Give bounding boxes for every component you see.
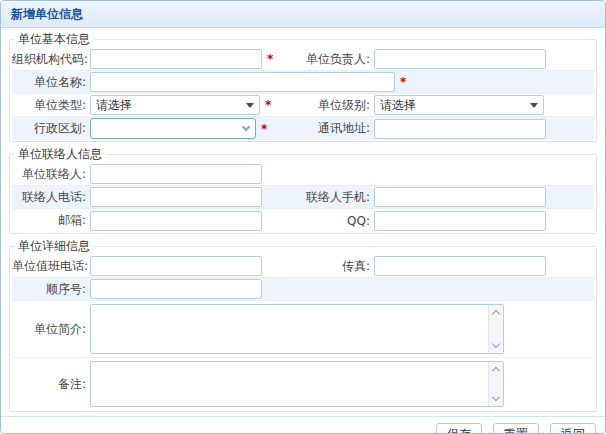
contact-phone-label: 联络人电话: [12, 189, 90, 206]
fax-label: 传真: [304, 258, 374, 275]
intro-textarea-wrap [90, 304, 504, 354]
section-contact-legend: 单位联络人信息 [14, 146, 106, 163]
dropdown-arrow-icon [246, 103, 254, 108]
form-row-unit-name: 单位名称: * [12, 71, 594, 94]
section-detail-legend: 单位详细信息 [14, 238, 94, 255]
email-input[interactable] [90, 211, 262, 231]
contact-person-input[interactable] [90, 164, 262, 184]
admin-region-combobox[interactable] [90, 118, 256, 139]
form-row-type-level: 单位类型: 请选择 * 单位级别: 请选择 [12, 94, 594, 117]
org-code-label: 组织机构代码: [12, 51, 90, 68]
scroll-up-icon[interactable] [492, 367, 500, 375]
address-input[interactable] [374, 119, 546, 139]
duty-phone-input[interactable] [90, 256, 262, 276]
unit-name-label: 单位名称: [12, 74, 90, 91]
save-button[interactable]: 保存 [436, 423, 482, 434]
form-row-seq-no: 顺序号: [12, 278, 594, 301]
page-title: 新增单位信息 [11, 6, 83, 23]
section-detail-info: 单位详细信息 单位值班电话: 传真: 顺序号: 单位简介: [9, 238, 597, 412]
dropdown-arrow-icon [530, 103, 538, 108]
form-row-remark: 备注: [12, 358, 594, 410]
required-asterisk: * [400, 76, 406, 88]
window-titlebar: 新增单位信息 [1, 1, 605, 28]
seq-no-input[interactable] [90, 279, 262, 299]
qq-input[interactable] [374, 211, 546, 231]
form-row-email-qq: 邮箱: QQ: [12, 209, 594, 232]
form-row-orgcode-leader: 组织机构代码: * 单位负责人: [12, 48, 594, 71]
scrollbar[interactable] [488, 305, 503, 353]
unit-level-selected-value: 请选择 [380, 97, 416, 114]
fax-input[interactable] [374, 256, 546, 276]
contact-phone-input[interactable] [90, 187, 262, 207]
required-asterisk: * [267, 53, 273, 65]
reset-button[interactable]: 重置 [493, 423, 539, 434]
unit-level-label: 单位级别: [304, 97, 374, 114]
leader-label: 单位负责人: [304, 51, 374, 68]
remark-textarea-wrap [90, 361, 504, 407]
add-unit-window: 新增单位信息 单位基本信息 组织机构代码: * 单位负责人: 单位名称: * 单… [0, 0, 606, 434]
required-asterisk: * [261, 123, 267, 135]
leader-input[interactable] [374, 49, 546, 69]
contact-person-label: 单位联络人: [12, 166, 90, 183]
admin-region-label: 行政区划: [12, 120, 90, 137]
unit-name-input[interactable] [90, 72, 395, 92]
org-code-input[interactable] [90, 49, 262, 69]
scroll-down-icon[interactable] [492, 393, 500, 401]
intro-textarea[interactable] [91, 305, 488, 353]
form-row-phone-mobile: 联络人电话: 联络人手机: [12, 186, 594, 209]
intro-label: 单位简介: [12, 321, 90, 338]
duty-phone-label: 单位值班电话: [12, 258, 90, 275]
unit-type-selected-value: 请选择 [96, 97, 132, 114]
contact-mobile-label: 联络人手机: [304, 189, 374, 206]
qq-label: QQ: [304, 214, 374, 228]
chevron-down-icon [242, 123, 250, 131]
unit-type-label: 单位类型: [12, 97, 90, 114]
unit-level-select[interactable]: 请选择 [374, 95, 544, 115]
form-row-intro: 单位简介: [12, 301, 594, 358]
required-asterisk: * [265, 99, 271, 111]
scroll-down-icon[interactable] [492, 340, 500, 348]
scroll-up-icon[interactable] [492, 310, 500, 318]
remark-textarea[interactable] [91, 362, 488, 406]
contact-mobile-input[interactable] [374, 187, 546, 207]
remark-label: 备注: [12, 376, 90, 393]
footer-toolbar: 保存 重置 返回 [1, 416, 605, 434]
address-label: 通讯地址: [304, 120, 374, 137]
section-contact-info: 单位联络人信息 单位联络人: 联络人电话: 联络人手机: 邮箱: QQ: [9, 146, 597, 234]
form-row-dutyphone-fax: 单位值班电话: 传真: [12, 255, 594, 278]
section-basic-legend: 单位基本信息 [14, 31, 94, 48]
form-row-region-address: 行政区划: * 通讯地址: [12, 117, 594, 140]
form-row-contact-person: 单位联络人: [12, 163, 594, 186]
seq-no-label: 顺序号: [12, 281, 90, 298]
unit-type-select[interactable]: 请选择 [90, 95, 260, 115]
scrollbar[interactable] [488, 362, 503, 406]
email-label: 邮箱: [12, 212, 90, 229]
back-button[interactable]: 返回 [550, 423, 596, 434]
section-basic-info: 单位基本信息 组织机构代码: * 单位负责人: 单位名称: * 单位类型: [9, 31, 597, 142]
